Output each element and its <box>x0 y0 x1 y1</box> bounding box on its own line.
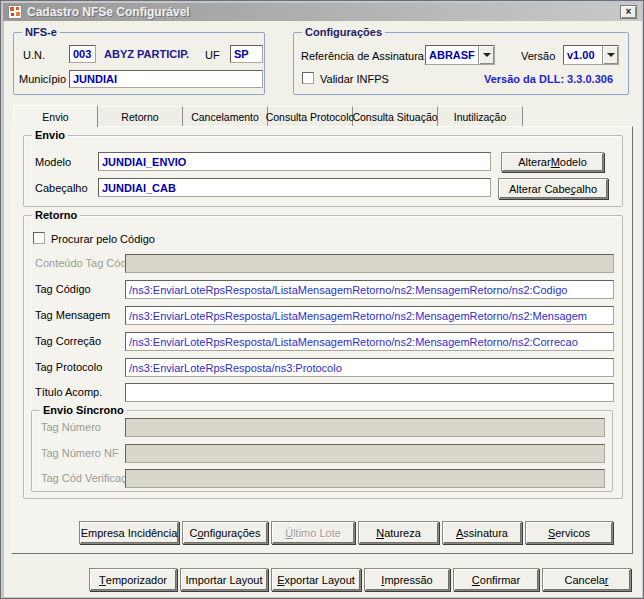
button-label: Alterar <box>518 156 550 168</box>
tab-inutilizacao[interactable]: Inutilização <box>438 106 523 126</box>
button-accel: M <box>551 156 560 168</box>
button-accel: E <box>277 574 284 586</box>
button-accel: A <box>456 527 463 539</box>
tab-retorno[interactable]: Retorno <box>98 106 183 126</box>
un-label: U.N. <box>23 49 45 61</box>
uf-label: UF <box>205 49 220 61</box>
modelo-label: Modelo <box>35 156 71 168</box>
ref-assinatura-label: Referência de Assinatura <box>301 50 424 62</box>
button-label: alho <box>576 183 597 195</box>
button-label: C <box>190 527 198 539</box>
alterar-cabecalho-button[interactable]: Alterar Cabeçalho <box>498 178 608 199</box>
button-label: Empresa Incidência <box>81 527 178 539</box>
exportar-layout-button[interactable]: Exportar Layout <box>271 568 361 591</box>
chevron-down-icon <box>483 53 491 57</box>
tag-mensagem-input[interactable] <box>125 306 614 325</box>
button-label: Importar Layout <box>185 574 262 586</box>
dialog-cadastro-nfse: Cadastro NFSe Configurável × NFS-e U.N. … <box>0 0 644 599</box>
group-nfse-title: NFS-e <box>22 26 60 38</box>
button-accel: T <box>99 574 106 586</box>
confirmar-button[interactable]: Confirmar <box>453 568 539 591</box>
close-icon: × <box>626 6 632 17</box>
button-accel: C <box>472 574 480 586</box>
company-name: ABYZ PARTICIP. <box>104 48 189 60</box>
button-label: onfirmar <box>480 574 520 586</box>
configuracoes-button[interactable]: Configurações <box>182 521 268 544</box>
group-envio-title: Envio <box>32 129 68 141</box>
temporizador-button[interactable]: Temporizador <box>89 568 177 591</box>
tag-numero-input <box>125 418 605 437</box>
tab-cancelamento[interactable]: Cancelamento <box>183 106 268 126</box>
modelo-input[interactable] <box>98 152 491 171</box>
municipio-label: Município <box>19 73 66 85</box>
close-button[interactable]: × <box>620 5 637 19</box>
tag-numero-nf-input <box>125 444 605 463</box>
tag-codigo-label: Tag Código <box>35 283 91 295</box>
municipio-input[interactable] <box>69 70 263 88</box>
titulo-acomp-input[interactable] <box>125 383 614 402</box>
button-accel: Ú <box>285 527 293 539</box>
un-input[interactable] <box>69 45 96 63</box>
button-label: atureza <box>384 527 421 539</box>
tag-correcao-label: Tag Correção <box>35 335 101 347</box>
conteudo-tag-codigo-input <box>125 254 614 273</box>
tag-numero-nf-label: Tag Número NF <box>41 447 119 459</box>
versao-select[interactable]: v1.00 <box>563 45 619 65</box>
cancelar-button[interactable]: Cancelar <box>542 568 631 591</box>
button-label: Cancela <box>564 574 604 586</box>
tag-numero-label: Tag Número <box>41 421 101 433</box>
tag-codigo-input[interactable] <box>125 280 614 299</box>
tab-envio[interactable]: Envio <box>13 105 98 127</box>
tab-label: Consulta Situação <box>352 111 437 123</box>
tab-label: Retorno <box>121 111 158 123</box>
button-accel: r <box>605 574 609 586</box>
button-label: emporizador <box>106 574 167 586</box>
tag-cod-verificacao-input <box>125 469 605 488</box>
tab-label: Envio <box>42 111 68 123</box>
tag-protocolo-input[interactable] <box>125 358 614 377</box>
button-label: ssinatura <box>463 527 508 539</box>
natureza-button[interactable]: Natureza <box>358 521 439 544</box>
impressao-button[interactable]: Impressão <box>364 568 450 591</box>
validar-infps-checkbox[interactable] <box>302 72 314 84</box>
empresa-incidencia-button[interactable]: Empresa Incidência <box>79 521 179 544</box>
versao-value: v1.00 <box>564 49 602 61</box>
cabecalho-label: Cabeçalho <box>35 182 88 194</box>
versao-dropdown-button[interactable] <box>602 46 618 64</box>
group-envio-sincrono-title: Envio Síncrono <box>40 404 127 416</box>
chevron-down-icon <box>607 53 615 57</box>
importar-layout-button[interactable]: Importar Layout <box>180 568 268 591</box>
tab-consulta-situacao[interactable]: Consulta Situação <box>353 106 438 126</box>
servicos-button[interactable]: Servicos <box>525 521 613 544</box>
tab-consulta-protocolo[interactable]: Consulta Protocolo <box>268 106 353 126</box>
tag-protocolo-label: Tag Protocolo <box>35 361 102 373</box>
ref-assinatura-dropdown-button[interactable] <box>478 46 494 64</box>
tab-label: Inutilização <box>454 111 507 123</box>
validar-infps-label: Validar INFPS <box>320 73 389 85</box>
dll-version-text: Versão da DLL: 3.3.0.306 <box>484 73 613 85</box>
app-icon <box>8 5 22 19</box>
assinatura-button[interactable]: Assinatura <box>442 521 522 544</box>
button-label: mpressão <box>384 574 432 586</box>
group-configuracoes-title: Configurações <box>302 26 385 38</box>
tab-label: Cancelamento <box>191 111 259 123</box>
procurar-pelo-codigo-label: Procurar pelo Código <box>51 233 155 245</box>
ultimo-lote-button: Último Lote <box>271 521 355 544</box>
button-label: ervicos <box>555 527 590 539</box>
ref-assinatura-select[interactable]: ABRASF <box>425 45 495 65</box>
button-label: odelo <box>560 156 587 168</box>
procurar-pelo-codigo-checkbox[interactable] <box>33 232 45 244</box>
versao-label: Versão <box>521 50 555 62</box>
window-title: Cadastro NFSe Configurável <box>27 5 190 19</box>
uf-input[interactable] <box>230 45 263 63</box>
ref-assinatura-value: ABRASF <box>426 49 478 61</box>
cabecalho-input[interactable] <box>98 178 491 197</box>
alterar-modelo-button[interactable]: Alterar Modelo <box>501 152 604 172</box>
tag-correcao-input[interactable] <box>125 332 614 351</box>
titulo-acomp-label: Título Acomp. <box>35 386 102 398</box>
button-accel: N <box>376 527 384 539</box>
tag-mensagem-label: Tag Mensagem <box>35 309 110 321</box>
group-retorno-title: Retorno <box>32 209 80 221</box>
title-bar[interactable]: Cadastro NFSe Configurável × <box>3 3 641 21</box>
button-accel: S <box>548 527 555 539</box>
